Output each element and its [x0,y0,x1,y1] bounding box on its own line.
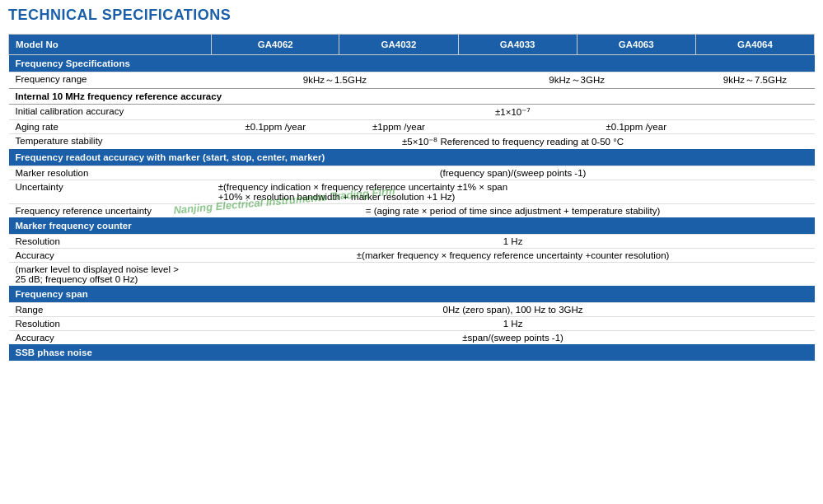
table-row: Marker resolution(frequency span)/(sweep… [9,166,815,180]
table-header: Model No GA4062 GA4032 GA4033 GA4063 GA4… [9,35,815,55]
page: TECHNICAL SPECIFICATIONS Nanjing Electri… [0,0,823,367]
table-note-row: (marker level to displayed noise level >… [9,263,815,287]
table-row: Aging rate±0.1ppm /year±1ppm /year±0.1pp… [9,120,815,134]
table-row: Initial calibration accuracy±1×10⁻⁷ [9,105,815,120]
page-title: TECHNICAL SPECIFICATIONS [8,7,815,24]
col-ga4033: GA4033 [458,35,577,55]
section-header: Marker frequency counter [9,217,815,235]
col-ga4063: GA4063 [577,35,695,55]
section-header: SSB phase noise [9,344,815,361]
section-header: Frequency span [9,286,815,303]
table-row: Resolution1 Hz [9,317,815,331]
section-header: Frequency readout accuracy with marker (… [9,149,815,166]
col-ga4062: GA4062 [212,35,339,55]
table-row: Range0Hz (zero span), 100 Hz to 3GHz [9,303,815,317]
table-row: Accuracy±(marker frequency × frequency r… [9,249,815,263]
subsection-header: Internal 10 MHz frequency reference accu… [9,89,815,105]
table-row: Frequency range9kHz～1.5GHz9kHz～3GHz9kHz～… [9,72,815,89]
table-wrapper: Nanjing Electrical Instruments Trading F… [8,34,815,361]
col-ga4064: GA4064 [695,35,814,55]
table-row: Resolution1 Hz [9,235,815,249]
col-ga4032: GA4032 [339,35,458,55]
table-row-multiline: Uncertainty±(frequency indication × freq… [9,180,815,204]
specs-table: Model No GA4062 GA4032 GA4033 GA4063 GA4… [8,34,815,361]
table-row: Frequency reference uncertainty= (aging … [9,204,815,218]
table-row: Temperature stability±5×10⁻⁸ Referenced … [9,134,815,150]
table-row: Accuracy±span/(sweep points -1) [9,331,815,345]
section-header: Frequency Specifications [9,55,815,72]
col-label: Model No [9,35,212,55]
